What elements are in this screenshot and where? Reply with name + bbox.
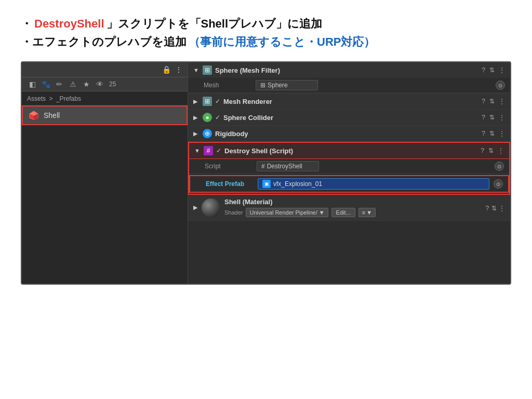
comp-settings-btn-mr[interactable]: ⇅: [489, 98, 495, 105]
effect-prefab-select-btn[interactable]: ⊙: [494, 179, 503, 189]
expand-mesh-renderer-arrow[interactable]: ▶: [193, 98, 200, 105]
component-destroy-shell: ▼ # ✓ Destroy Shell (Script) ? ⇅ ⋮ Scrip…: [188, 142, 510, 195]
comp-more-btn-rb[interactable]: ⋮: [499, 130, 505, 137]
breadcrumb-assets[interactable]: Assets: [27, 95, 46, 102]
edit-button[interactable]: Edit...: [331, 208, 355, 217]
script-value-box[interactable]: # DestroyShell: [257, 161, 319, 171]
expand-sphere-collider-arrow[interactable]: ▶: [193, 114, 200, 121]
bullet-1: ・: [21, 15, 32, 33]
list-icon: ≡: [362, 209, 365, 216]
comp-header-sphere-collider: ▶ ● ✓ Sphere Collider ? ⇅ ⋮: [188, 110, 510, 125]
sphere-collider-check[interactable]: ✓: [215, 114, 220, 121]
prop-script: Script # DestroyShell ⊙: [189, 159, 509, 174]
comp-settings-btn-ds[interactable]: ⇅: [488, 147, 494, 154]
comp-more-btn-sc[interactable]: ⋮: [499, 114, 505, 121]
material-more-btn[interactable]: ⋮: [499, 205, 505, 212]
bullet-2: ・エフェクトのプレハブを追加: [21, 33, 187, 51]
comp-controls-rigidbody: ? ⇅ ⋮: [482, 130, 505, 137]
mesh-text: Sphere: [268, 82, 288, 89]
filter-anim-icon[interactable]: ✏: [54, 80, 64, 88]
comp-more-btn-mr[interactable]: ⋮: [499, 98, 505, 105]
asset-shell-name: Shell: [44, 111, 60, 119]
filter-warning-icon[interactable]: ⚠: [68, 80, 78, 88]
material-name: Shell (Material): [224, 198, 481, 206]
comp-header-rigidbody: ▶ ⊕ Rigidbody ? ⇅ ⋮: [188, 126, 510, 141]
mesh-renderer-check[interactable]: ✓: [215, 98, 220, 105]
prop-effect-prefab: Effect Prefab ▣ vfx_Explosion_01 ⊙: [189, 175, 509, 193]
instruction-line-2: ・エフェクトのプレハブを追加 （事前に用意すること・URP対応）: [21, 33, 511, 51]
component-rigidbody: ▶ ⊕ Rigidbody ? ⇅ ⋮: [188, 126, 510, 142]
list-icon-button[interactable]: ≡ ▼: [358, 208, 376, 217]
shader-value: Universal Render Pipeline/: [249, 209, 317, 216]
eye-count: 25: [109, 81, 116, 88]
filter-icons-row: ◧ 🐾 ✏ ⚠ ★ 👁 25: [22, 77, 188, 91]
comp-settings-btn[interactable]: ⇅: [489, 66, 495, 74]
prop-mesh: Mesh ⊞ Sphere ⊙: [188, 78, 510, 93]
breadcrumb-sep: >: [49, 95, 52, 102]
comp-name-mesh-renderer: Mesh Renderer: [223, 98, 478, 105]
component-mesh-renderer: ▶ ⊞ ✓ Mesh Renderer ? ⇅ ⋮: [188, 94, 510, 110]
eye-icon[interactable]: 👁: [95, 80, 105, 88]
comp-controls-mesh-filter: ? ⇅ ⋮: [482, 66, 505, 74]
shader-label: Shader: [224, 209, 243, 216]
comp-header-mesh-filter: ▼ ⊞ Sphere (Mesh Filter) ? ⇅ ⋮: [188, 62, 510, 78]
rigidbody-icon: ⊕: [203, 129, 212, 138]
comp-help-btn-mr[interactable]: ?: [482, 98, 485, 105]
comp-controls-sphere-collider: ? ⇅ ⋮: [482, 114, 505, 121]
script-select-btn[interactable]: ⊙: [495, 162, 504, 171]
comp-help-btn-sc[interactable]: ?: [482, 114, 485, 121]
destroy-shell-highlight: DestroyShell: [34, 15, 104, 33]
mesh-select-btn[interactable]: ⊙: [496, 81, 505, 90]
comp-help-btn-ds[interactable]: ?: [481, 147, 484, 154]
script-hash-icon: #: [261, 163, 265, 170]
comp-more-btn-ds[interactable]: ⋮: [498, 147, 504, 154]
top-instructions: ・ DestroyShell 」スクリプトを「Shellプレハブ」に追加 ・エフ…: [0, 0, 532, 61]
material-settings-btn[interactable]: ⇅: [491, 205, 497, 212]
left-toolbar: 🔒 ⋮: [22, 62, 188, 77]
project-panel: 🔒 ⋮ ◧ 🐾 ✏ ⚠ ★ 👁 25 Assets > _Prefabs: [22, 62, 188, 284]
lock-icon[interactable]: 🔒: [162, 65, 171, 74]
breadcrumb: Assets > _Prefabs: [22, 91, 188, 105]
filter-all-icon[interactable]: ◧: [27, 80, 37, 88]
mesh-renderer-icon: ⊞: [203, 97, 212, 106]
mesh-value-box[interactable]: ⊞ Sphere: [256, 80, 318, 90]
filter-fav-icon[interactable]: ★: [81, 80, 91, 88]
effect-prefab-value-box[interactable]: ▣ vfx_Explosion_01: [258, 178, 489, 190]
comp-settings-btn-rb[interactable]: ⇅: [489, 130, 495, 137]
mesh-icon: ⊞: [260, 82, 265, 89]
mesh-value: ⊞ Sphere ⊙: [256, 80, 505, 90]
comp-settings-btn-sc[interactable]: ⇅: [489, 114, 495, 121]
expand-destroy-shell-arrow[interactable]: ▼: [194, 148, 201, 154]
script-value: # DestroyShell ⊙: [257, 161, 504, 171]
unity-screenshot: 🔒 ⋮ ◧ 🐾 ✏ ⚠ ★ 👁 25 Assets > _Prefabs: [21, 61, 511, 285]
material-sphere-preview: [202, 198, 220, 217]
shell-cube-icon: [28, 110, 39, 121]
inspector-panel: ▼ ⊞ Sphere (Mesh Filter) ? ⇅ ⋮ Mesh ⊞ Sp…: [188, 62, 510, 284]
comp-name-destroy-shell: Destroy Shell (Script): [224, 147, 477, 155]
menu-icon[interactable]: ⋮: [175, 65, 182, 74]
material-info: Shell (Material) Shader Universal Render…: [224, 198, 481, 217]
material-shader-row: Shader Universal Render Pipeline/ ▼ Edit…: [224, 208, 481, 217]
material-help-btn[interactable]: ?: [485, 205, 489, 212]
expand-rigidbody-arrow[interactable]: ▶: [193, 130, 200, 137]
line2-highlight: （事前に用意すること・URP対応）: [189, 33, 375, 51]
filter-model-icon[interactable]: 🐾: [41, 80, 51, 88]
comp-help-btn-rb[interactable]: ?: [482, 130, 485, 137]
destroy-shell-check[interactable]: ✓: [216, 147, 221, 154]
material-expand-arrow[interactable]: ▶: [193, 204, 197, 211]
expand-mesh-filter-arrow[interactable]: ▼: [193, 67, 200, 73]
script-text: DestroyShell: [267, 163, 302, 170]
asset-list: Shell: [22, 105, 188, 284]
line1-suffix: 」スクリプトを「Shellプレハブ」に追加: [107, 15, 323, 33]
comp-more-btn[interactable]: ⋮: [499, 66, 505, 74]
comp-help-btn[interactable]: ?: [482, 66, 485, 74]
asset-shell[interactable]: Shell: [22, 105, 188, 125]
comp-header-destroy-shell: ▼ # ✓ Destroy Shell (Script) ? ⇅ ⋮: [189, 143, 509, 159]
breadcrumb-folder[interactable]: _Prefabs: [56, 95, 81, 102]
instruction-line-1: ・ DestroyShell 」スクリプトを「Shellプレハブ」に追加: [21, 15, 511, 33]
list-arrow: ▼: [366, 209, 372, 216]
material-comp-controls: ? ⇅ ⋮: [485, 203, 505, 212]
shader-dropdown-arrow: ▼: [319, 209, 325, 216]
shader-dropdown[interactable]: Universal Render Pipeline/ ▼: [246, 208, 328, 217]
sphere-collider-icon: ●: [203, 113, 212, 122]
